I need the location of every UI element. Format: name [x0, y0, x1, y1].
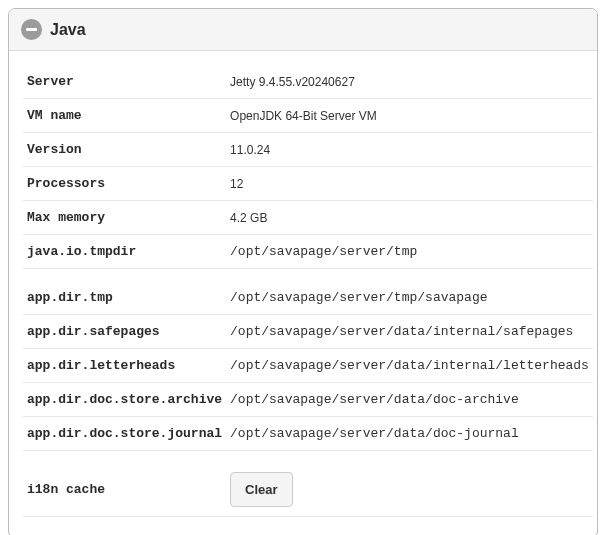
clear-cache-button[interactable]: Clear	[230, 472, 293, 507]
cache-label: i18n cache	[23, 463, 226, 517]
row-label: java.io.tmpdir	[23, 235, 226, 269]
row-label: Server	[23, 65, 226, 99]
row-value: Jetty 9.4.55.v20240627	[226, 65, 593, 99]
table-row: app.dir.doc.store.archive/opt/savapage/s…	[23, 383, 593, 417]
row-value: 12	[226, 167, 593, 201]
row-value: 11.0.24	[226, 133, 593, 167]
table-row: Processors12	[23, 167, 593, 201]
table-row: ServerJetty 9.4.55.v20240627	[23, 65, 593, 99]
table-row: Max memory4.2 GB	[23, 201, 593, 235]
table-row: Version11.0.24	[23, 133, 593, 167]
row-label: app.dir.doc.store.journal	[23, 417, 226, 451]
panel-header[interactable]: Java	[9, 9, 597, 51]
row-value: /opt/savapage/server/data/doc-archive	[226, 383, 593, 417]
row-label: app.dir.safepages	[23, 315, 226, 349]
row-label: Version	[23, 133, 226, 167]
row-label: app.dir.tmp	[23, 281, 226, 315]
row-label: Processors	[23, 167, 226, 201]
java-panel: Java ServerJetty 9.4.55.v20240627VM name…	[8, 8, 598, 535]
row-value: /opt/savapage/server/data/doc-journal	[226, 417, 593, 451]
row-value: /opt/savapage/server/tmp/savapage	[226, 281, 593, 315]
collapse-icon[interactable]	[21, 19, 42, 40]
spacer	[23, 269, 593, 282]
row-value: OpenJDK 64-Bit Server VM	[226, 99, 593, 133]
table-row: java.io.tmpdir/opt/savapage/server/tmp	[23, 235, 593, 269]
row-label: app.dir.doc.store.archive	[23, 383, 226, 417]
info-table: ServerJetty 9.4.55.v20240627VM nameOpenJ…	[23, 65, 593, 517]
row-label: Max memory	[23, 201, 226, 235]
table-row: VM nameOpenJDK 64-Bit Server VM	[23, 99, 593, 133]
table-row: app.dir.tmp/opt/savapage/server/tmp/sava…	[23, 281, 593, 315]
panel-body: ServerJetty 9.4.55.v20240627VM nameOpenJ…	[9, 51, 597, 535]
cache-row: i18n cacheClear	[23, 463, 593, 517]
row-value: /opt/savapage/server/data/internal/safep…	[226, 315, 593, 349]
table-row: app.dir.safepages/opt/savapage/server/da…	[23, 315, 593, 349]
panel-title: Java	[50, 21, 86, 39]
spacer	[23, 451, 593, 464]
table-row: app.dir.letterheads/opt/savapage/server/…	[23, 349, 593, 383]
table-row: app.dir.doc.store.journal/opt/savapage/s…	[23, 417, 593, 451]
row-label: VM name	[23, 99, 226, 133]
cache-action-cell: Clear	[226, 463, 593, 517]
row-value: /opt/savapage/server/data/internal/lette…	[226, 349, 593, 383]
row-label: app.dir.letterheads	[23, 349, 226, 383]
row-value: 4.2 GB	[226, 201, 593, 235]
row-value: /opt/savapage/server/tmp	[226, 235, 593, 269]
